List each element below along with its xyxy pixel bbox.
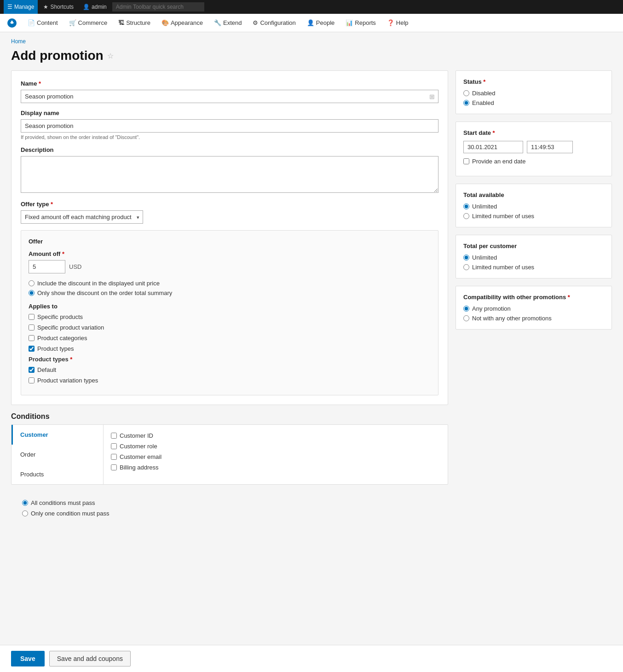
end-date-checkbox-item[interactable]: Provide an end date <box>463 158 604 165</box>
nav-people[interactable]: 👤 People <box>301 14 340 32</box>
page-wrapper: Home Add promotion ☆ Name * ⊞ Displ <box>0 32 623 672</box>
checkbox-default-product-type[interactable]: Default <box>29 366 431 373</box>
total-available-unlimited[interactable]: Unlimited <box>463 203 604 210</box>
checkbox-customer-role[interactable]: Customer role <box>111 443 440 450</box>
default-product-type-checkbox[interactable] <box>29 367 35 373</box>
total-available-limited[interactable]: Limited number of uses <box>463 213 604 220</box>
customer-id-checkbox[interactable] <box>111 433 117 439</box>
page-title-row: Add promotion ☆ <box>0 48 623 70</box>
nav-appearance[interactable]: 🎨 Appearance <box>156 14 208 32</box>
manage-label: Manage <box>14 4 34 10</box>
customer-email-checkbox[interactable] <box>111 454 117 460</box>
breadcrumb: Home <box>0 32 623 48</box>
condition-logic-all-radio[interactable] <box>22 500 28 506</box>
per-customer-unlimited[interactable]: Unlimited <box>463 254 604 261</box>
compatibility-any[interactable]: Any promotion <box>463 305 604 312</box>
discount-radio-1[interactable] <box>29 280 35 286</box>
compatibility-none[interactable]: Not with any other promotions <box>463 315 604 322</box>
status-disabled-radio[interactable] <box>463 90 469 96</box>
specific-products-checkbox[interactable] <box>29 314 35 320</box>
offer-type-select-wrapper: Fixed amount off each matching product P… <box>21 210 143 224</box>
shortcuts-label: Shortcuts <box>50 4 74 10</box>
per-customer-limited[interactable]: Limited number of uses <box>463 264 604 271</box>
currency-label: USD <box>69 263 81 270</box>
compatibility-title: Compatibility with other promotions * <box>463 294 604 301</box>
name-input-wrapper: ⊞ <box>21 90 438 103</box>
status-enabled-option[interactable]: Enabled <box>463 99 604 106</box>
compatibility-any-radio[interactable] <box>463 306 469 312</box>
billing-address-checkbox[interactable] <box>111 464 117 470</box>
checkbox-specific-products[interactable]: Specific products <box>29 313 431 320</box>
total-available-limited-radio[interactable] <box>463 213 469 219</box>
status-enabled-radio[interactable] <box>463 100 469 106</box>
amount-input[interactable] <box>29 260 65 273</box>
display-name-label: Display name <box>21 110 438 116</box>
commerce-icon: 🛒 <box>69 19 76 26</box>
manage-button[interactable]: ☰ Manage <box>4 0 38 14</box>
discount-option-2[interactable]: Only show the discount on the order tota… <box>29 290 431 296</box>
nav-content[interactable]: 📄 Content <box>22 14 63 32</box>
condition-logic-all[interactable]: All conditions must pass <box>22 499 437 506</box>
conditions-section: Conditions Customer Order Products <box>11 412 448 485</box>
checkbox-product-types[interactable]: Product types <box>29 345 431 352</box>
total-per-customer-title: Total per customer <box>463 243 604 249</box>
condition-logic-one[interactable]: Only one condition must pass <box>22 510 437 517</box>
nav-extend[interactable]: 🔧 Extend <box>208 14 247 32</box>
nav-structure[interactable]: 🏗 Structure <box>113 14 156 32</box>
amount-off-label: Amount off * <box>29 250 431 257</box>
nav-commerce[interactable]: 🛒 Commerce <box>63 14 113 32</box>
conditions-products-tab[interactable]: Products <box>12 464 103 484</box>
display-name-input[interactable] <box>21 119 438 133</box>
description-field-group: Description <box>21 146 438 194</box>
reports-icon: 📊 <box>346 19 353 26</box>
nav-configuration[interactable]: ⚙ Configuration <box>247 14 301 32</box>
discount-option-1[interactable]: Include the discount in the displayed un… <box>29 280 431 287</box>
site-logo[interactable] <box>4 15 20 31</box>
description-textarea[interactable] <box>21 156 438 193</box>
save-and-add-coupons-button[interactable]: Save and add coupons <box>49 651 131 666</box>
edit-icon[interactable]: ⊞ <box>429 93 435 100</box>
nav-help[interactable]: ❓ Help <box>381 14 414 32</box>
status-section: Status * Disabled Enabled <box>456 70 612 114</box>
save-button[interactable]: Save <box>11 651 45 666</box>
favorite-icon[interactable]: ☆ <box>107 52 114 60</box>
start-date-input[interactable] <box>463 141 523 153</box>
start-date-title: Start date * <box>463 129 604 136</box>
nav-reports[interactable]: 📊 Reports <box>340 14 381 32</box>
extend-icon: 🔧 <box>214 19 221 26</box>
product-categories-checkbox[interactable] <box>29 335 35 341</box>
offer-box: Offer Amount off * USD Inclu <box>21 230 438 395</box>
checkbox-product-variation-types[interactable]: Product variation types <box>29 377 431 384</box>
customer-role-checkbox[interactable] <box>111 443 117 449</box>
admin-search-input[interactable] <box>112 2 204 12</box>
total-available-unlimited-radio[interactable] <box>463 203 469 209</box>
name-input[interactable] <box>21 90 438 103</box>
applies-to-label: Applies to <box>29 303 431 310</box>
product-types-checkbox[interactable] <box>29 346 35 352</box>
configuration-icon: ⚙ <box>253 19 258 26</box>
start-time-input[interactable] <box>527 141 573 153</box>
discount-radio-2[interactable] <box>29 290 35 296</box>
offer-type-select[interactable]: Fixed amount off each matching product P… <box>21 210 143 224</box>
end-date-checkbox[interactable] <box>463 158 469 164</box>
checkbox-specific-variation[interactable]: Specific product variation <box>29 324 431 331</box>
conditions-customer-tab[interactable]: Customer <box>12 425 103 445</box>
people-icon: 👤 <box>307 19 314 26</box>
conditions-order-tab[interactable]: Order <box>12 445 103 464</box>
shortcuts-button[interactable]: ★ Shortcuts <box>40 0 77 14</box>
breadcrumb-home-link[interactable]: Home <box>11 38 26 45</box>
product-variation-types-checkbox[interactable] <box>29 377 35 383</box>
per-customer-limited-radio[interactable] <box>463 264 469 270</box>
admin-user-button[interactable]: 👤 admin <box>79 0 110 14</box>
checkbox-customer-id[interactable]: Customer ID <box>111 432 440 439</box>
status-disabled-option[interactable]: Disabled <box>463 90 604 97</box>
checkbox-product-categories[interactable]: Product categories <box>29 335 431 342</box>
per-customer-unlimited-radio[interactable] <box>463 255 469 261</box>
checkbox-billing-address[interactable]: Billing address <box>111 464 440 471</box>
condition-logic-one-radio[interactable] <box>22 510 28 516</box>
checkbox-customer-email[interactable]: Customer email <box>111 453 440 460</box>
specific-variation-checkbox[interactable] <box>29 324 35 330</box>
amount-off-field-group: Amount off * USD <box>29 250 431 273</box>
name-label: Name * <box>21 80 438 87</box>
compatibility-none-radio[interactable] <box>463 315 469 321</box>
